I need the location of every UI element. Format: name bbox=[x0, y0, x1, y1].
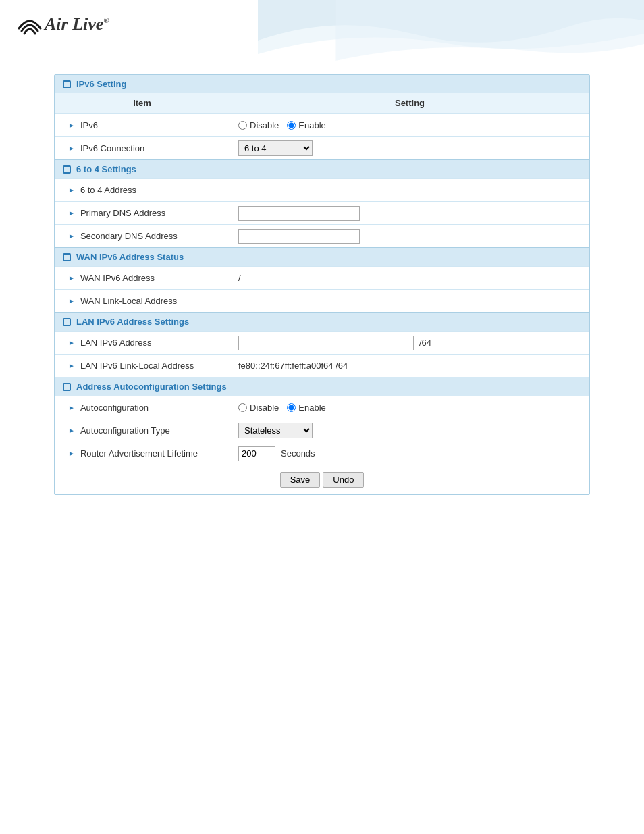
section-title-autoconfig: Address Autoconfiguration Settings bbox=[76, 382, 227, 392]
row-router-adv-lifetime: ► Router Advertisement Lifetime Seconds bbox=[55, 442, 589, 465]
primary-dns-input[interactable] bbox=[238, 206, 360, 221]
header: Air Live® bbox=[0, 0, 644, 68]
value-6to4-address bbox=[230, 187, 589, 194]
section-header-6to4: 6 to 4 Settings bbox=[55, 159, 589, 178]
row-6to4-address: ► 6 to 4 Address bbox=[55, 178, 589, 201]
row-wan-link-local: ► WAN Link-Local Address bbox=[55, 289, 589, 312]
autoconfig-enable-radio[interactable] bbox=[287, 403, 296, 412]
section-title-wan: WAN IPv6 Address Status bbox=[76, 252, 184, 262]
arrow-icon-wan-ipv6: ► bbox=[68, 274, 75, 282]
ipv6-radio-group: Disable Enable bbox=[238, 120, 326, 130]
row-lan-ipv6-address: ► LAN IPv6 Address /64 bbox=[55, 331, 589, 354]
ipv6-disable-radio[interactable] bbox=[238, 121, 247, 130]
section-icon-lan bbox=[63, 318, 71, 326]
arrow-icon-router-adv: ► bbox=[68, 450, 75, 457]
arrow-icon-primary-dns: ► bbox=[68, 209, 75, 217]
lan-ipv6-link-local-text: fe80::24f:67ff:feff:a00f64 /64 bbox=[238, 361, 348, 371]
undo-button[interactable]: Undo bbox=[323, 472, 364, 488]
value-primary-dns bbox=[230, 203, 589, 224]
section-title-lan: LAN IPv6 Address Settings bbox=[76, 317, 189, 327]
arrow-icon-autoconfig: ► bbox=[68, 404, 75, 411]
main-content: IPv6 Setting Item Setting ► IPv6 Disable bbox=[0, 68, 644, 522]
autoconfig-disable-label[interactable]: Disable bbox=[238, 402, 279, 413]
ipv6-settings-panel: IPv6 Setting Item Setting ► IPv6 Disable bbox=[54, 74, 590, 495]
row-secondary-dns: ► Secondary DNS Address bbox=[55, 224, 589, 247]
section-icon-autoconfig bbox=[63, 383, 71, 391]
autoconfig-enable-label[interactable]: Enable bbox=[287, 402, 325, 413]
arrow-icon-lan-link-local: ► bbox=[68, 362, 75, 369]
arrow-icon-wan-link-local: ► bbox=[68, 297, 75, 305]
wifi-icon bbox=[16, 12, 41, 36]
value-lan-ipv6-address: /64 bbox=[230, 332, 589, 354]
label-wan-link-local: ► WAN Link-Local Address bbox=[55, 291, 230, 311]
label-primary-dns: ► Primary DNS Address bbox=[55, 203, 230, 223]
arrow-icon-secondary-dns: ► bbox=[68, 232, 75, 240]
router-adv-lifetime-suffix: Seconds bbox=[281, 448, 315, 459]
arrow-icon-lan-ipv6: ► bbox=[68, 339, 75, 346]
label-6to4-address: ► 6 to 4 Address bbox=[55, 180, 230, 200]
save-button[interactable]: Save bbox=[280, 472, 321, 488]
section-title-6to4: 6 to 4 Settings bbox=[76, 164, 136, 174]
ipv6-enable-label[interactable]: Enable bbox=[287, 120, 325, 130]
header-decoration bbox=[258, 0, 644, 68]
value-lan-ipv6-link-local: fe80::24f:67ff:feff:a00f64 /64 bbox=[230, 357, 589, 374]
value-autoconfig-type: Stateless Stateful bbox=[230, 419, 589, 442]
section-icon-ipv6 bbox=[63, 80, 71, 88]
label-autoconfig: ► Autoconfiguration bbox=[55, 398, 230, 417]
arrow-icon-ipv6-connection: ► bbox=[68, 145, 75, 152]
ipv6-connection-select[interactable]: 6 to 4 Static DHCPv6 bbox=[238, 140, 313, 156]
value-autoconfig: Disable Enable bbox=[230, 399, 589, 416]
row-ipv6-connection: ► IPv6 Connection 6 to 4 Static DHCPv6 bbox=[55, 136, 589, 159]
label-lan-ipv6-address: ► LAN IPv6 Address bbox=[55, 333, 230, 353]
label-ipv6: ► IPv6 bbox=[55, 115, 230, 135]
column-headers: Item Setting bbox=[55, 93, 589, 113]
section-header-lan: LAN IPv6 Address Settings bbox=[55, 312, 589, 331]
section-header-wan: WAN IPv6 Address Status bbox=[55, 247, 589, 266]
value-ipv6-connection: 6 to 4 Static DHCPv6 bbox=[230, 137, 589, 159]
label-lan-ipv6-link-local: ► LAN IPv6 Link-Local Address bbox=[55, 356, 230, 375]
section-title-ipv6: IPv6 Setting bbox=[76, 79, 126, 89]
label-wan-ipv6-address: ► WAN IPv6 Address bbox=[55, 268, 230, 288]
row-autoconfig-type: ► Autoconfiguration Type Stateless State… bbox=[55, 419, 589, 442]
autoconfig-radio-group: Disable Enable bbox=[238, 402, 326, 413]
row-lan-ipv6-link-local: ► LAN IPv6 Link-Local Address fe80::24f:… bbox=[55, 354, 589, 377]
ipv6-enable-radio[interactable] bbox=[287, 121, 296, 130]
section-header-autoconfig: Address Autoconfiguration Settings bbox=[55, 377, 589, 396]
value-router-adv-lifetime: Seconds bbox=[230, 443, 589, 465]
label-ipv6-connection: ► IPv6 Connection bbox=[55, 138, 230, 158]
col-item-header: Item bbox=[55, 93, 230, 113]
label-router-adv-lifetime: ► Router Advertisement Lifetime bbox=[55, 444, 230, 463]
value-wan-ipv6-address: / bbox=[230, 269, 589, 286]
lan-ipv6-suffix: /64 bbox=[419, 338, 431, 348]
autoconfig-disable-radio[interactable] bbox=[238, 403, 247, 412]
form-buttons-row: Save Undo bbox=[55, 465, 589, 494]
arrow-icon-ipv6: ► bbox=[68, 122, 75, 129]
section-icon-6to4 bbox=[63, 165, 71, 174]
secondary-dns-input[interactable] bbox=[238, 229, 360, 244]
row-primary-dns: ► Primary DNS Address bbox=[55, 201, 589, 224]
label-secondary-dns: ► Secondary DNS Address bbox=[55, 226, 230, 246]
autoconfig-type-select[interactable]: Stateless Stateful bbox=[238, 423, 313, 438]
row-wan-ipv6-address: ► WAN IPv6 Address / bbox=[55, 266, 589, 289]
row-autoconfig: ► Autoconfiguration Disable Enable bbox=[55, 396, 589, 419]
ipv6-disable-label[interactable]: Disable bbox=[238, 120, 279, 130]
value-ipv6: Disable Enable bbox=[230, 117, 589, 134]
value-secondary-dns bbox=[230, 226, 589, 247]
row-ipv6: ► IPv6 Disable Enable bbox=[55, 113, 589, 136]
col-setting-header: Setting bbox=[230, 93, 589, 113]
lan-ipv6-address-input[interactable] bbox=[238, 336, 414, 350]
section-icon-wan bbox=[63, 253, 71, 261]
wan-ipv6-address-text: / bbox=[238, 273, 241, 283]
arrow-icon-6to4-address: ► bbox=[68, 186, 75, 194]
arrow-icon-autoconfig-type: ► bbox=[68, 427, 75, 434]
section-header-ipv6: IPv6 Setting bbox=[55, 75, 589, 93]
router-adv-lifetime-input[interactable] bbox=[238, 446, 275, 461]
value-wan-link-local bbox=[230, 298, 589, 305]
label-autoconfig-type: ► Autoconfiguration Type bbox=[55, 421, 230, 440]
logo-text: Air Live® bbox=[45, 14, 109, 34]
